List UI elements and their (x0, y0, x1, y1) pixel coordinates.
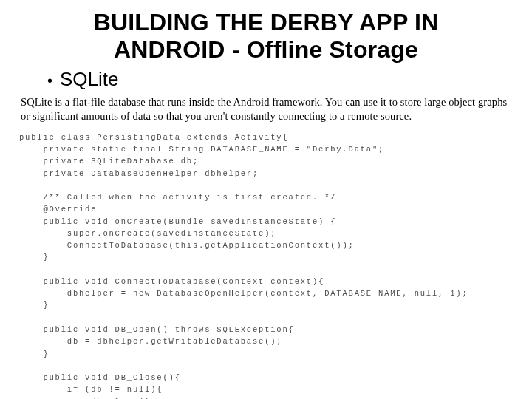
slide-title: BUILDING THE DERBY APP IN ANDROID - Offl… (21, 9, 511, 64)
title-line-2: ANDROID - Offline Storage (114, 36, 418, 63)
slide: BUILDING THE DERBY APP IN ANDROID - Offl… (0, 0, 532, 399)
description-paragraph: SQLite is a flat-file database that runs… (21, 95, 511, 124)
bullet-text: SQLite (60, 68, 119, 91)
bullet-item: • SQLite (47, 68, 511, 91)
bullet-dot-icon: • (47, 73, 52, 88)
title-line-1: BUILDING THE DERBY APP IN (94, 9, 439, 35)
code-block: public class PersistingData extends Acti… (19, 132, 511, 399)
